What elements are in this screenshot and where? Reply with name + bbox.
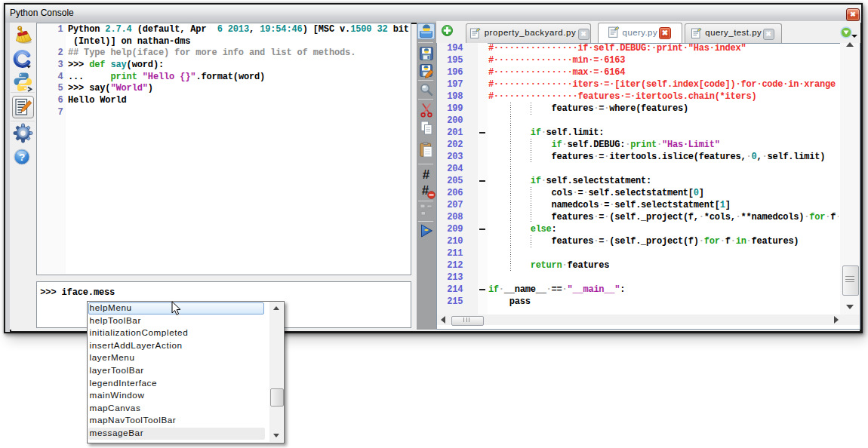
svg-text:?: ? — [19, 152, 25, 163]
svg-text:abj: abj — [428, 205, 432, 209]
